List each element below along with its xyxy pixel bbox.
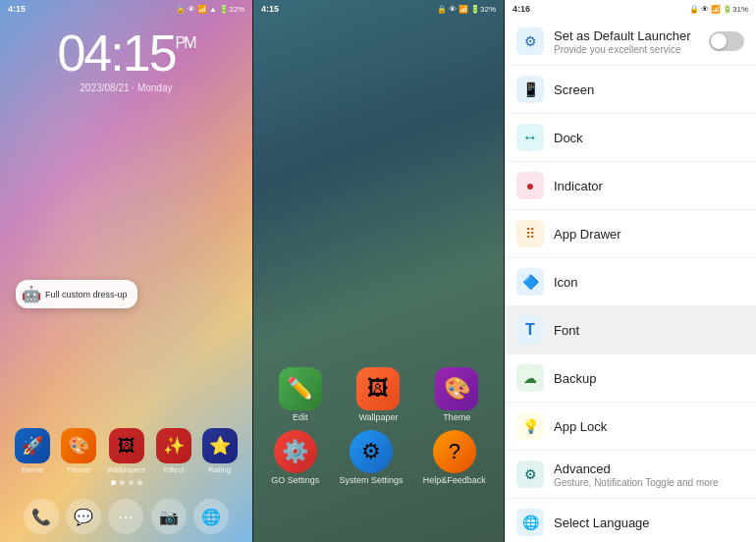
settings-item-advanced[interactable]: ⚙ Advanced Gesture, Notification Toggle … xyxy=(505,451,756,499)
dock-app-icon-effect: ✨ xyxy=(156,428,191,463)
status-time-p3: 4:16 xyxy=(513,4,530,14)
bottom-apps-icon[interactable]: ⋯ xyxy=(108,499,143,534)
clock-area: 04:15PM 2023/08/21 · Monday xyxy=(0,27,252,93)
settings-item-app-lock[interactable]: 💡 App Lock xyxy=(505,403,756,451)
home-app-syssettings[interactable]: ⚙ System Settings xyxy=(339,430,403,485)
settings-text-font: Font xyxy=(554,323,744,338)
eye-icon-p2: 👁 xyxy=(449,5,457,14)
settings-item-icon[interactable]: 🔷 Icon xyxy=(505,258,756,306)
settings-sub-default-launcher: Provide you excellent service xyxy=(554,44,709,55)
settings-icon-icon: 🔷 xyxy=(516,268,544,296)
bottom-message-icon[interactable]: 💬 xyxy=(66,499,101,534)
settings-toggle-default-launcher[interactable] xyxy=(709,31,744,51)
status-time-p2: 4:15 xyxy=(261,4,279,14)
settings-text-icon: Icon xyxy=(554,275,744,290)
settings-title-app-lock: App Lock xyxy=(554,419,744,434)
dock-app-icon-wallpapers: 🖼 xyxy=(109,428,144,463)
home-app-label-wallpaper: Wallpaper xyxy=(358,412,398,422)
status-icons-p1: 🔒 👁 📶 ▲ 🔋32% xyxy=(176,5,244,14)
home-app-icon-syssettings: ⚙ xyxy=(350,430,393,473)
status-time-p1: 4:15 xyxy=(8,4,26,14)
settings-panel: 4:16 🔒 👁 📶 🔋31% ⚙ Set as Default Launche… xyxy=(505,0,756,542)
settings-title-default-launcher: Set as Default Launcher xyxy=(554,28,709,43)
signal-icon: ▲ xyxy=(209,5,217,14)
dock-app-icon-rating: ⭐ xyxy=(202,428,238,463)
settings-item-indicator[interactable]: ● Indicator xyxy=(505,162,756,210)
home-app-wallpaper[interactable]: 🖼 Wallpaper xyxy=(356,367,400,422)
settings-title-icon: Icon xyxy=(554,275,744,290)
dot-4 xyxy=(137,480,142,485)
settings-text-select-language: Select Language xyxy=(554,515,744,530)
home-app-icon-help: ? xyxy=(433,430,476,473)
dock-app-rating[interactable]: ⭐ Rating xyxy=(202,428,238,474)
home-app-help[interactable]: ? Help&Feedback xyxy=(423,430,486,485)
dock-app-wallpapers[interactable]: 🖼 Wallpapers xyxy=(107,428,146,474)
settings-icon-font: T xyxy=(516,316,544,344)
settings-text-screen: Screen xyxy=(554,82,744,97)
bottom-bar: 📞 💬 ⋯ 📷 🌐 xyxy=(0,499,252,534)
settings-text-default-launcher: Set as Default Launcher Provide you exce… xyxy=(554,28,709,55)
settings-item-app-drawer[interactable]: ⠿ App Drawer xyxy=(505,210,756,258)
dock-app-icon-theme2: 🎨 xyxy=(61,428,96,463)
settings-title-indicator: Indicator xyxy=(554,179,744,193)
bottom-globe-icon[interactable]: 🌐 xyxy=(193,499,229,534)
lock-icon-p2: 🔒 xyxy=(437,5,447,14)
dock-apps-row: 🚀 theme 🎨 Theme 🖼 Wallpapers ✨ Effect ⭐ … xyxy=(10,428,243,474)
settings-item-font[interactable]: T Font xyxy=(505,306,756,354)
custom-bubble[interactable]: 🤖 Full custom dress-up xyxy=(16,280,137,308)
wifi-icon-p2: 📶 xyxy=(459,5,468,14)
settings-text-backup: Backup xyxy=(554,371,744,386)
dock-app-icon-theme: 🚀 xyxy=(15,428,50,463)
settings-title-backup: Backup xyxy=(554,371,744,386)
dock-app-theme2[interactable]: 🎨 Theme xyxy=(61,428,96,474)
lock-icon-p3: 🔒 xyxy=(689,5,699,14)
settings-item-default-launcher[interactable]: ⚙ Set as Default Launcher Provide you ex… xyxy=(505,18,756,66)
settings-icon-app-drawer: ⠿ xyxy=(516,220,544,247)
dock-area: 🚀 theme 🎨 Theme 🖼 Wallpapers ✨ Effect ⭐ … xyxy=(0,428,252,493)
bubble-text: Full custom dress-up xyxy=(45,290,128,299)
home-app-label-gosettings: GO Settings xyxy=(271,475,319,485)
home-screen-panel: 4:15 🔒 👁 📶 🔋32% ✏️ Edit 🖼 Wallpaper 🎨 Th… xyxy=(252,0,505,542)
clock-ampm: PM xyxy=(176,35,195,51)
wifi-icon: 📶 xyxy=(197,5,207,14)
home-app-icon-edit: ✏️ xyxy=(279,367,322,410)
home-app-label-syssettings: System Settings xyxy=(339,475,403,485)
home-app-icon-theme: 🎨 xyxy=(435,367,478,410)
settings-icon-backup: ☁ xyxy=(516,364,544,392)
status-bar-panel2: 4:15 🔒 👁 📶 🔋32% xyxy=(253,0,504,18)
settings-icon-screen: 📱 xyxy=(516,76,544,103)
settings-item-dock[interactable]: ↔ Dock xyxy=(505,114,756,162)
settings-title-app-drawer: App Drawer xyxy=(554,227,744,242)
bottom-camera-icon[interactable]: 📷 xyxy=(151,499,187,534)
status-bar-panel3: 4:16 🔒 👁 📶 🔋31% xyxy=(505,0,756,18)
home-app-label-edit: Edit xyxy=(293,412,308,422)
settings-title-dock: Dock xyxy=(554,131,744,145)
battery-icon-p2: 🔋32% xyxy=(470,5,496,14)
settings-item-backup[interactable]: ☁ Backup xyxy=(505,354,756,403)
dock-app-label-theme2: Theme xyxy=(67,465,91,474)
home-app-theme[interactable]: 🎨 Theme xyxy=(435,367,478,422)
settings-icon-select-language: 🌐 xyxy=(516,509,544,536)
settings-sub-advanced: Gesture, Notification Toggle and more xyxy=(554,477,744,488)
home-apps-row2: ⚙️ GO Settings ⚙ System Settings ? Help&… xyxy=(261,430,496,485)
bottom-phone-icon[interactable]: 📞 xyxy=(24,499,59,534)
dots-indicator xyxy=(10,480,243,485)
dock-app-effect[interactable]: ✨ Effect xyxy=(156,428,191,474)
settings-item-screen[interactable]: 📱 Screen xyxy=(505,66,756,114)
lock-screen-panel: 4:15 🔒 👁 📶 ▲ 🔋32% 04:15PM 2023/08/21 · M… xyxy=(0,0,252,542)
settings-item-select-language[interactable]: 🌐 Select Language xyxy=(505,499,756,542)
home-apps-row1: ✏️ Edit 🖼 Wallpaper 🎨 Theme xyxy=(261,367,496,422)
home-app-gosettings[interactable]: ⚙️ GO Settings xyxy=(271,430,319,485)
clock-digits: 04:15 xyxy=(57,25,175,81)
home-dock: ✏️ Edit 🖼 Wallpaper 🎨 Theme ⚙️ GO Settin… xyxy=(253,367,504,493)
home-app-edit[interactable]: ✏️ Edit xyxy=(279,367,322,422)
settings-icon-dock: ↔ xyxy=(516,124,544,151)
dot-1 xyxy=(111,480,116,485)
battery-icon: 🔋32% xyxy=(219,5,244,14)
dock-app-theme[interactable]: 🚀 theme xyxy=(15,428,50,474)
status-icons-p2: 🔒 👁 📶 🔋32% xyxy=(437,5,496,14)
toggle-knob xyxy=(711,33,727,49)
settings-text-dock: Dock xyxy=(554,131,744,145)
battery-icon-p3: 🔋31% xyxy=(723,5,748,14)
dock-app-label-rating: Rating xyxy=(208,465,231,474)
